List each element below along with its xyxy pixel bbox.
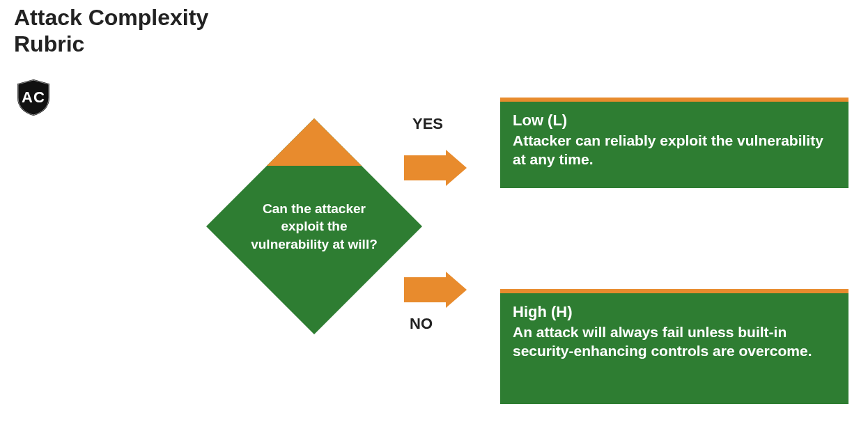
- outcome-panel-yes: Low (L) Attacker can reliably exploit th…: [500, 98, 848, 188]
- outcome-body-no: An attack will always fail unless built-…: [513, 323, 836, 361]
- arrow-right-icon: [404, 150, 467, 186]
- outcome-body-yes: Attacker can reliably exploit the vulner…: [513, 131, 836, 169]
- arrow-right-icon: [404, 272, 467, 308]
- arrow-yes: [404, 150, 467, 189]
- branch-label-no: NO: [410, 315, 433, 333]
- svg-marker-1: [404, 150, 467, 186]
- outcome-title-yes: Low (L): [513, 111, 836, 130]
- metric-badge-label: AC: [14, 78, 53, 117]
- outcome-title-no: High (H): [513, 303, 836, 321]
- arrow-no: [404, 272, 467, 311]
- branch-label-yes: YES: [412, 115, 443, 133]
- page-title: Attack Complexity Rubric: [14, 4, 208, 58]
- decision-diamond: Can the attacker exploit the vulnerabili…: [206, 118, 422, 334]
- outcome-panel-no: High (H) An attack will always fail unle…: [500, 289, 848, 404]
- title-line-1: Attack Complexity: [14, 5, 208, 30]
- title-line-2: Rubric: [14, 31, 84, 56]
- svg-marker-2: [404, 272, 467, 308]
- metric-badge: AC: [14, 78, 53, 120]
- decision-question: Can the attacker exploit the vulnerabili…: [206, 118, 422, 334]
